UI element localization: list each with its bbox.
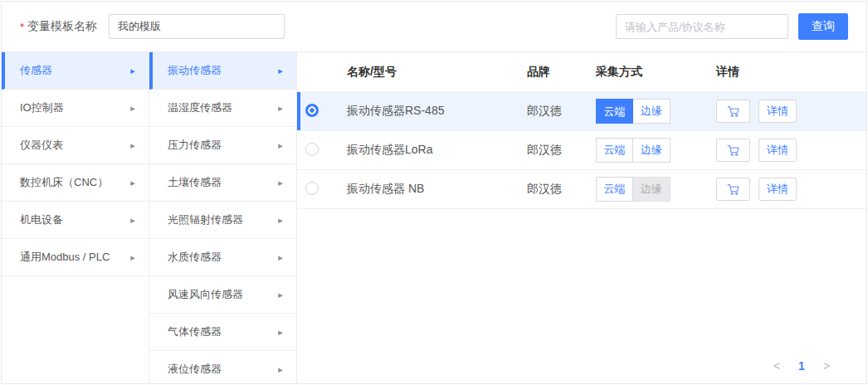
product-search-input[interactable]	[616, 14, 788, 39]
subcategory-label: 振动传感器	[168, 63, 222, 78]
prev-page-button[interactable]: <	[770, 359, 783, 373]
category-item-sensor[interactable]: 传感器 ▶	[2, 52, 149, 90]
cloud-mode-button[interactable]: 云端	[596, 99, 633, 124]
chevron-right-icon: ▶	[278, 254, 283, 261]
category-item-cnc[interactable]: 数控机床（CNC） ▶	[2, 164, 149, 202]
chevron-right-icon: ▶	[130, 142, 135, 149]
next-page-button[interactable]: >	[820, 359, 833, 373]
header-method: 采集方式	[591, 65, 714, 80]
cart-button[interactable]	[716, 178, 750, 201]
cloud-mode-button[interactable]: 云端	[596, 177, 633, 202]
subcategory-item-vibration[interactable]: 振动传感器 ▶	[149, 52, 296, 90]
subcategory-item-gas[interactable]: 气体传感器 ▶	[149, 314, 296, 351]
subcategory-label: 水质传感器	[168, 250, 222, 265]
product-table: 名称/型号 品牌 采集方式 详情 振动传感器RS-485 郎汉德 云端 边缘	[297, 52, 866, 384]
chevron-right-icon: ▶	[130, 217, 135, 223]
pagination: < 1 >	[770, 359, 833, 373]
category-menu: 传感器 ▶ IO控制器 ▶ 仪器仪表 ▶ 数控机床（CNC） ▶ 机电设备 ▶ …	[2, 52, 149, 384]
detail-button[interactable]: 详情	[758, 178, 797, 201]
cart-button[interactable]	[716, 139, 750, 162]
subcategory-item-temp-humidity[interactable]: 温湿度传感器 ▶	[149, 90, 296, 127]
chevron-right-icon: ▶	[130, 179, 135, 186]
subcategory-item-water-quality[interactable]: 水质传感器 ▶	[149, 239, 296, 276]
subcategory-label: 温湿度传感器	[168, 100, 232, 115]
subcategory-item-liquid-level[interactable]: 液位传感器 ▶	[149, 351, 296, 384]
chevron-right-icon: ▶	[278, 366, 283, 373]
header-name: 名称/型号	[347, 65, 523, 80]
subcategory-label: 液位传感器	[168, 362, 222, 377]
chevron-right-icon: ▶	[278, 217, 283, 223]
subcategory-label: 土壤传感器	[168, 175, 222, 190]
subcategory-item-wind[interactable]: 风速风向传感器 ▶	[149, 276, 296, 314]
category-label: 传感器	[20, 63, 52, 78]
product-name: 振动传感器LoRa	[347, 143, 523, 158]
detail-button[interactable]: 详情	[758, 100, 797, 123]
page-number[interactable]: 1	[795, 359, 808, 373]
subcategory-menu: 振动传感器 ▶ 温湿度传感器 ▶ 压力传感器 ▶ 土壤传感器 ▶ 光照辐射传感器…	[149, 52, 297, 384]
category-label: IO控制器	[20, 100, 64, 115]
cart-button[interactable]	[716, 100, 750, 123]
cloud-mode-button[interactable]: 云端	[596, 138, 633, 163]
product-name: 振动传感器RS-485	[347, 104, 523, 119]
chevron-right-icon: ▶	[130, 254, 135, 261]
subcategory-item-pressure[interactable]: 压力传感器 ▶	[149, 127, 296, 164]
template-selector-panel: * 变量模板名称 查询 传感器 ▶ IO控制器 ▶ 仪器仪表 ▶ 数控机床（CN…	[1, 1, 867, 384]
edge-mode-button[interactable]: 边缘	[633, 138, 671, 163]
cart-icon	[726, 143, 741, 158]
category-label: 仪器仪表	[20, 138, 63, 153]
detail-button[interactable]: 详情	[758, 139, 797, 162]
chevron-right-icon: ▶	[130, 67, 135, 74]
required-asterisk: *	[20, 21, 24, 33]
table-row[interactable]: 振动传感器LoRa 郎汉德 云端 边缘 详情	[297, 131, 866, 170]
edge-mode-button-disabled: 边缘	[633, 177, 671, 202]
subcategory-label: 风速风向传感器	[168, 287, 243, 302]
subcategory-item-light-radiation[interactable]: 光照辐射传感器 ▶	[149, 202, 296, 239]
table-row[interactable]: 振动传感器 NB 郎汉德 云端 边缘 详情	[297, 170, 866, 209]
radio-selected[interactable]	[305, 104, 319, 117]
chevron-right-icon: ▶	[278, 67, 283, 74]
top-toolbar: * 变量模板名称 查询	[2, 2, 866, 52]
category-item-modbus-plc[interactable]: 通用Modbus / PLC ▶	[2, 239, 149, 276]
header-brand: 品牌	[523, 65, 591, 80]
category-item-instrument[interactable]: 仪器仪表 ▶	[2, 127, 149, 164]
radio-unselected[interactable]	[305, 182, 319, 195]
subcategory-item-soil[interactable]: 土壤传感器 ▶	[149, 164, 296, 202]
table-row[interactable]: 振动传感器RS-485 郎汉德 云端 边缘 详情	[297, 92, 866, 131]
radio-unselected[interactable]	[305, 143, 319, 156]
chevron-right-icon: ▶	[278, 105, 283, 111]
table-header: 名称/型号 品牌 采集方式 详情	[297, 52, 866, 92]
chevron-right-icon: ▶	[278, 291, 283, 298]
category-item-io-controller[interactable]: IO控制器 ▶	[2, 90, 149, 127]
template-name-label: 变量模板名称	[27, 19, 97, 34]
product-brand: 郎汉德	[523, 182, 591, 197]
header-detail: 详情	[714, 65, 866, 80]
edge-mode-button[interactable]: 边缘	[633, 99, 671, 124]
subcategory-label: 压力传感器	[168, 138, 222, 153]
category-item-electromechanical[interactable]: 机电设备 ▶	[2, 202, 149, 239]
subcategory-label: 气体传感器	[168, 324, 222, 339]
query-button[interactable]: 查询	[798, 13, 848, 40]
cart-icon	[726, 182, 741, 197]
product-brand: 郎汉德	[523, 143, 591, 158]
cart-icon	[726, 104, 741, 119]
subcategory-label: 光照辐射传感器	[168, 212, 243, 227]
template-name-input[interactable]	[109, 14, 285, 39]
chevron-right-icon: ▶	[278, 179, 283, 186]
category-label: 通用Modbus / PLC	[20, 250, 110, 265]
chevron-right-icon: ▶	[278, 329, 283, 335]
product-brand: 郎汉德	[523, 104, 591, 119]
chevron-right-icon: ▶	[130, 105, 135, 111]
category-label: 机电设备	[20, 212, 63, 227]
category-label: 数控机床（CNC）	[20, 175, 108, 190]
product-name: 振动传感器 NB	[347, 182, 523, 197]
chevron-right-icon: ▶	[278, 142, 283, 149]
